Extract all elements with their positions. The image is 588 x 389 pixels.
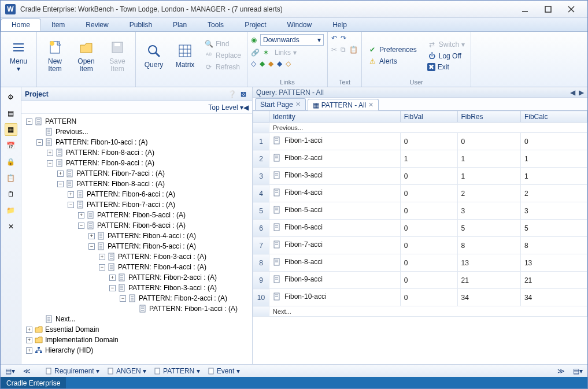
bt-menu-icon[interactable]: ▤▾ bbox=[571, 367, 585, 375]
tree-expander-icon[interactable]: + bbox=[99, 254, 105, 260]
menu-item[interactable]: Item bbox=[41, 18, 75, 31]
exit-button[interactable]: ✖Exit bbox=[425, 62, 467, 72]
tree-expander-icon[interactable]: − bbox=[68, 202, 74, 208]
link-tool-3-icon[interactable]: ◆ bbox=[268, 60, 273, 68]
tree-expander-icon[interactable]: − bbox=[99, 264, 105, 271]
menu-window[interactable]: Window bbox=[276, 18, 322, 31]
links-dropdown[interactable]: Links ▾ bbox=[272, 48, 299, 57]
tree-expander-icon[interactable]: + bbox=[26, 327, 32, 333]
bt-angen[interactable]: ANGEN ▾ bbox=[105, 367, 149, 375]
tree-row[interactable]: −PATTERN: Fibon-9-acci : (A) bbox=[26, 158, 250, 168]
link-tool-2-icon[interactable]: ◆ bbox=[260, 60, 265, 68]
logoff-button[interactable]: ⏻Log Off bbox=[425, 51, 467, 61]
tree-row[interactable]: −PATTERN: Fibon-4-acci : (A) bbox=[26, 262, 250, 272]
grid-next[interactable]: Next... bbox=[269, 306, 587, 317]
menu-button[interactable]: Menu▾ bbox=[4, 36, 33, 75]
tree-row[interactable]: +Essential Domain bbox=[26, 324, 250, 335]
bt-nav-right-icon[interactable]: ≫ bbox=[555, 367, 567, 375]
tree-row[interactable]: +Hierarchy (HID) bbox=[26, 345, 250, 355]
tree-row[interactable]: −PATTERN bbox=[26, 116, 250, 127]
rail-list-icon[interactable]: 📋 bbox=[5, 172, 17, 184]
column-header[interactable]: Identity bbox=[269, 111, 401, 123]
table-row[interactable]: 2 Fibon-2-acci 1 1 1 bbox=[253, 150, 587, 168]
grid-previous[interactable]: Previous... bbox=[269, 123, 587, 133]
tree-expander-icon[interactable]: − bbox=[88, 243, 95, 250]
redo-icon[interactable]: ↷ bbox=[341, 34, 346, 42]
close-tab-icon[interactable]: ✕ bbox=[368, 101, 373, 109]
menu-home[interactable]: Home bbox=[1, 18, 41, 31]
tree-expander-icon[interactable]: + bbox=[78, 212, 84, 218]
tree-expander-icon[interactable]: − bbox=[109, 285, 116, 291]
tree-expander-icon[interactable]: − bbox=[36, 139, 43, 146]
cut-icon[interactable]: ✂ bbox=[331, 46, 337, 54]
column-header[interactable]: FibVal bbox=[400, 111, 457, 123]
column-header[interactable] bbox=[253, 111, 269, 123]
help-icon[interactable]: ❔ bbox=[227, 89, 237, 99]
table-row[interactable]: 10 Fibon-10-acci 0 34 34 bbox=[253, 289, 587, 306]
tree-row[interactable]: +PATTERN: Fibon-8-acci : (A) bbox=[26, 147, 250, 158]
tab-start-page[interactable]: Start Page✕ bbox=[255, 98, 306, 110]
query-button[interactable]: Query bbox=[139, 36, 168, 75]
table-row[interactable]: 9 Fibon-9-acci 0 21 21 bbox=[253, 272, 587, 289]
find-button[interactable]: 🔍Find bbox=[202, 39, 243, 49]
menu-review[interactable]: Review bbox=[75, 18, 119, 31]
table-row[interactable]: 6 Fibon-6-acci 0 5 5 bbox=[253, 220, 587, 237]
top-level-dropdown[interactable]: Top Level ▾ bbox=[208, 103, 243, 112]
link-tool-4-icon[interactable]: ◆ bbox=[277, 60, 282, 68]
tree-row[interactable]: −PATTERN: Fibon-8-acci : (A) bbox=[26, 179, 250, 189]
table-row[interactable]: 4 Fibon-4-acci 0 2 2 bbox=[253, 185, 587, 202]
column-header[interactable]: FibCalc bbox=[520, 111, 587, 123]
paste-icon[interactable]: 📋 bbox=[349, 46, 358, 54]
tree-row[interactable]: −PATTERN: Fibon-6-acci : (A) bbox=[26, 220, 250, 231]
tree-expander-icon[interactable]: + bbox=[26, 337, 32, 343]
tree-expander-icon[interactable]: − bbox=[78, 223, 84, 229]
tree-row[interactable]: −PATTERN: Fibon-3-acci : (A) bbox=[26, 283, 250, 293]
tree-row[interactable]: +PATTERN: Fibon-7-acci : (A) bbox=[26, 168, 250, 179]
prev-icon[interactable]: ◀ bbox=[243, 103, 249, 112]
tree-row[interactable]: −PATTERN: Fibon-5-acci : (A) bbox=[26, 241, 250, 251]
rail-panel-1-icon[interactable]: ▤ bbox=[5, 107, 17, 120]
tree-row[interactable]: +PATTERN: Fibon-3-acci : (A) bbox=[26, 251, 250, 262]
tree-row[interactable]: −PATTERN: Fibon-10-acci : (A) bbox=[26, 137, 250, 147]
bt-new-icon[interactable]: ▤▾ bbox=[3, 367, 17, 375]
tree-row[interactable]: Next... bbox=[26, 314, 250, 324]
tree-expander-icon[interactable]: + bbox=[109, 275, 116, 281]
table-row[interactable]: 5 Fibon-5-acci 0 3 3 bbox=[253, 202, 587, 220]
rail-calendar-icon[interactable]: 📅 bbox=[5, 139, 17, 152]
tab-pattern-all[interactable]: ▦PATTERN - All✕ bbox=[308, 99, 379, 110]
open-item-button[interactable]: Open Item bbox=[72, 36, 101, 75]
tree-row[interactable]: PATTERN: Fibon-1-acci : (A) bbox=[26, 303, 250, 314]
query-grid[interactable]: IdentityFibValFibResFibCalcPrevious... 1… bbox=[253, 110, 587, 364]
tree-expander-icon[interactable]: − bbox=[26, 118, 32, 125]
switch-button[interactable]: ⇄Switch ▾ bbox=[425, 39, 467, 50]
bt-event[interactable]: Event ▾ bbox=[206, 367, 242, 375]
copy-icon[interactable]: ⧉ bbox=[341, 46, 346, 54]
tree-expander-icon[interactable]: + bbox=[68, 191, 74, 198]
refresh-button[interactable]: ⟳Refresh bbox=[202, 62, 243, 72]
new-item-button[interactable]: New Item bbox=[40, 36, 69, 75]
rail-lock-icon[interactable]: 🔒 bbox=[5, 155, 17, 168]
menu-tools[interactable]: Tools bbox=[197, 18, 234, 31]
tree-row[interactable]: −PATTERN: Fibon-7-acci : (A) bbox=[26, 199, 250, 210]
maximize-button[interactable] bbox=[537, 3, 560, 16]
direction-dropdown[interactable]: Downwards▾ bbox=[260, 34, 324, 46]
tree-expander-icon[interactable]: − bbox=[120, 295, 126, 302]
tree-row[interactable]: +PATTERN: Fibon-4-acci : (A) bbox=[26, 231, 250, 241]
preferences-button[interactable]: ✔Preferences bbox=[365, 45, 419, 55]
table-row[interactable]: 7 Fibon-7-acci 0 8 8 bbox=[253, 237, 587, 254]
replace-button[interactable]: ᴬᴮReplace bbox=[202, 50, 243, 61]
undo-icon[interactable]: ↶ bbox=[331, 34, 337, 42]
tree-expander-icon[interactable]: + bbox=[47, 150, 53, 156]
scroll-left-icon[interactable]: ◀ bbox=[570, 88, 575, 97]
tree-row[interactable]: +PATTERN: Fibon-5-acci : (A) bbox=[26, 210, 250, 220]
menu-plan[interactable]: Plan bbox=[162, 18, 197, 31]
table-row[interactable]: 8 Fibon-8-acci 0 13 13 bbox=[253, 254, 587, 272]
minimize-button[interactable] bbox=[513, 3, 537, 16]
matrix-button[interactable]: Matrix bbox=[171, 36, 199, 75]
alerts-button[interactable]: ⚠Alerts bbox=[365, 56, 419, 66]
tree-expander-icon[interactable]: + bbox=[57, 171, 64, 177]
project-tree[interactable]: −PATTERNPrevious...−PATTERN: Fibon-10-ac… bbox=[21, 114, 252, 364]
bt-requirement[interactable]: Requirement ▾ bbox=[43, 367, 102, 375]
tree-row[interactable]: +PATTERN: Fibon-2-acci : (A) bbox=[26, 272, 250, 283]
rail-tools-icon[interactable]: ✕ bbox=[5, 220, 17, 233]
